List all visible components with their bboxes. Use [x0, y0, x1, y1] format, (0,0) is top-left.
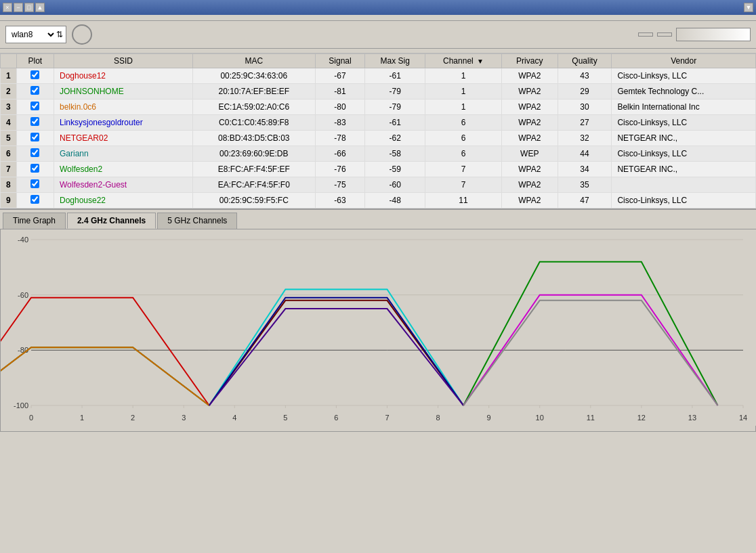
plot-checkbox-cell[interactable] — [16, 99, 54, 115]
mac-cell: 20:10:7A:EF:BE:EF — [193, 84, 316, 99]
plot-checkbox-cell[interactable] — [16, 68, 54, 84]
row-number: 3 — [1, 99, 17, 115]
vendor-cell — [612, 177, 756, 193]
maxsig-cell: -61 — [365, 115, 425, 131]
plot-checkbox-cell[interactable] — [16, 115, 54, 131]
sub-toolbar — [0, 49, 756, 53]
pause-button[interactable] — [72, 24, 92, 45]
plot-checkbox-cell[interactable] — [16, 193, 54, 208]
privacy-cell: WPA2 — [501, 115, 558, 131]
plot-checkbox-cell[interactable] — [16, 131, 54, 146]
signal-slider[interactable] — [676, 28, 751, 41]
table-row: 7 Wolfesden2 E8:FC:AF:F4:5F:EF -76 -59 7… — [1, 162, 756, 177]
col-rownum — [1, 54, 17, 68]
quality-cell: 30 — [558, 99, 612, 115]
col-privacy: Privacy — [501, 54, 558, 68]
ssid-cell: JOHNSONHOME — [54, 84, 192, 99]
plot-checkbox[interactable] — [30, 70, 39, 79]
channel-cell: 1 — [425, 99, 502, 115]
maxsig-cell: -59 — [365, 162, 425, 177]
interface-select-wrapper[interactable]: wlan8 ⇅ — [5, 26, 66, 43]
privacy-cell: WPA2 — [501, 177, 558, 193]
quality-cell: 32 — [558, 131, 612, 146]
toolbar-right — [638, 28, 751, 41]
plot-checkbox[interactable] — [30, 86, 39, 95]
table-row: 5 NETGEAR02 08:BD:43:D5:CB:03 -78 -62 6 … — [1, 131, 756, 146]
signal-cell: -76 — [315, 162, 365, 177]
vendor-cell: Cisco-Linksys, LLC — [612, 68, 756, 84]
signal-cell: -63 — [315, 193, 365, 208]
table-row: 9 Doghouse22 00:25:9C:59:F5:FC -63 -48 1… — [1, 193, 756, 208]
maxsig-cell: -62 — [365, 131, 425, 146]
row-number: 2 — [1, 84, 17, 99]
ssid-cell: belkin.0c6 — [54, 99, 192, 115]
maxsig-cell: -79 — [365, 99, 425, 115]
plot-checkbox[interactable] — [30, 179, 39, 188]
menu-view[interactable] — [19, 17, 24, 18]
none-button[interactable] — [657, 32, 672, 37]
signal-cell: -81 — [315, 84, 365, 99]
table-row: 1 Doghouse12 00:25:9C:34:63:06 -67 -61 1… — [1, 68, 756, 84]
plot-checkbox-cell[interactable] — [16, 84, 54, 99]
quality-cell: 44 — [558, 146, 612, 162]
row-number: 5 — [1, 131, 17, 146]
table-row: 3 belkin.0c6 EC:1A:59:02:A0:C6 -80 -79 1… — [1, 99, 756, 115]
maximize-btn[interactable]: □ — [24, 3, 34, 12]
maxsig-cell: -60 — [365, 177, 425, 193]
plot-checkbox[interactable] — [30, 133, 39, 141]
col-ssid: SSID — [54, 54, 192, 68]
ssid-cell: Wolfesden2-Guest — [54, 177, 192, 193]
vendor-cell: Gemtek Technology C... — [612, 84, 756, 99]
minimize-btn[interactable]: − — [14, 3, 23, 12]
ssid-cell: Gariann — [54, 146, 192, 162]
all-button[interactable] — [638, 32, 653, 37]
tabs-container: Time Graph 2.4 GHz Channels 5 GHz Channe… — [0, 208, 756, 432]
title-bar: × − □ ▲ ▼ — [0, 0, 756, 15]
channel-cell: 6 — [425, 115, 502, 131]
network-table-container: Plot SSID MAC Signal Max Sig Channel ▼ P… — [0, 53, 756, 208]
tabs-header: Time Graph 2.4 GHz Channels 5 GHz Channe… — [0, 210, 756, 229]
col-maxsig: Max Sig — [365, 54, 425, 68]
row-number: 6 — [1, 146, 17, 162]
quality-cell: 34 — [558, 162, 612, 177]
plot-checkbox[interactable] — [30, 117, 39, 126]
channel-cell: 7 — [425, 162, 502, 177]
close-btn[interactable]: × — [3, 3, 12, 12]
plot-checkbox-cell[interactable] — [16, 177, 54, 193]
plot-checkbox[interactable] — [30, 164, 39, 173]
col-quality: Quality — [558, 54, 612, 68]
right-controls[interactable]: ▼ — [744, 3, 753, 12]
plot-checkbox[interactable] — [30, 148, 39, 157]
privacy-cell: WPA2 — [501, 131, 558, 146]
ssid-cell: Doghouse22 — [54, 193, 192, 208]
signal-cell: -83 — [315, 115, 365, 131]
menu-help[interactable] — [33, 17, 38, 18]
quality-cell: 43 — [558, 68, 612, 84]
vendor-cell: NETGEAR INC., — [612, 131, 756, 146]
tab-24ghz[interactable]: 2.4 GHz Channels — [67, 213, 156, 229]
signal-cell: -66 — [315, 146, 365, 162]
vendor-cell: Belkin International Inc — [612, 99, 756, 115]
maxsig-cell: -48 — [365, 193, 425, 208]
mac-cell: 00:23:69:60:9E:DB — [193, 146, 316, 162]
interface-dropdown[interactable]: wlan8 — [9, 29, 56, 40]
privacy-cell: WPA2 — [501, 193, 558, 208]
mac-cell: 00:25:9C:59:F5:FC — [193, 193, 316, 208]
window-controls[interactable]: × − □ ▲ — [3, 3, 45, 12]
extra-btn[interactable]: ▲ — [35, 3, 45, 12]
vendor-cell: Cisco-Linksys, LLC — [612, 193, 756, 208]
privacy-cell: WPA2 — [501, 99, 558, 115]
channel-cell: 7 — [425, 177, 502, 193]
table-row: 2 JOHNSONHOME 20:10:7A:EF:BE:EF -81 -79 … — [1, 84, 756, 99]
plot-checkbox[interactable] — [30, 102, 39, 110]
tab-5ghz[interactable]: 5 GHz Channels — [157, 213, 237, 229]
menu-file[interactable] — [5, 17, 11, 18]
signal-cell: -75 — [315, 177, 365, 193]
signal-cell: -80 — [315, 99, 365, 115]
quality-cell: 29 — [558, 84, 612, 99]
tab-time-graph[interactable]: Time Graph — [3, 213, 66, 229]
privacy-cell: WPA2 — [501, 84, 558, 99]
plot-checkbox[interactable] — [30, 195, 39, 204]
plot-checkbox-cell[interactable] — [16, 146, 54, 162]
plot-checkbox-cell[interactable] — [16, 162, 54, 177]
